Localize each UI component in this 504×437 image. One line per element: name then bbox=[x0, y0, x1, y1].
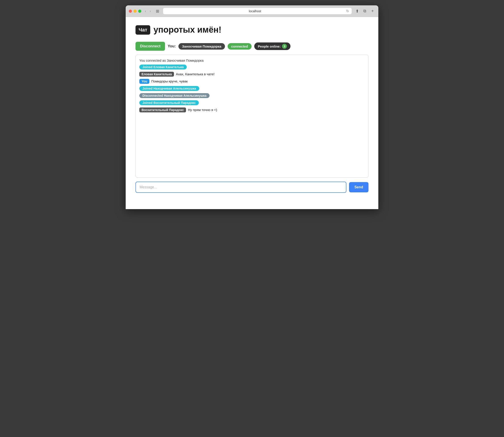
minimize-light[interactable] bbox=[134, 10, 137, 13]
chat-line: Joined Восхитительный Парадокс bbox=[139, 100, 365, 105]
toolbar-actions: ⬆ ⧉ bbox=[354, 8, 368, 14]
back-button[interactable]: ‹ bbox=[144, 9, 147, 14]
system-message: You connected as Заносчивая Помидорка bbox=[139, 59, 204, 62]
chat-box: You connected as Заносчивая ПомидоркаJoi… bbox=[135, 55, 369, 178]
browser-window: ‹ › ⊞ localhost ↻ ⬆ ⧉ + Чат упоротых имё… bbox=[126, 5, 378, 209]
address-text: localhost bbox=[166, 9, 345, 13]
chat-line: Еловая КанителькаАхах, Канителька в чате… bbox=[139, 72, 365, 77]
address-bar: localhost ↻ bbox=[163, 8, 352, 15]
people-online-label: People online: bbox=[258, 44, 281, 48]
people-online-badge: People online: 3 bbox=[254, 42, 291, 50]
message-text: Ахах, Канителька в чате! bbox=[176, 72, 215, 76]
joined-badge: Joined Восхитительный Парадокс bbox=[139, 100, 199, 105]
maximize-light[interactable] bbox=[138, 10, 141, 13]
online-count: 3 bbox=[282, 44, 287, 49]
you-label: You: bbox=[168, 44, 176, 49]
chat-badge: Чат bbox=[135, 25, 150, 35]
you-message-text: Помидоры круче, чувак bbox=[151, 79, 188, 83]
username-badge: Заносчивая Помидорка bbox=[178, 43, 225, 50]
app-title-text: упоротых имён! bbox=[153, 25, 221, 35]
user-badge: Еловая Канителька bbox=[139, 72, 174, 77]
disconnected-badge: Disconnected Находчивая Апельсинушка bbox=[139, 93, 209, 98]
chat-line: Disconnected Находчивая Апельсинушка bbox=[139, 93, 365, 98]
connected-badge: connected bbox=[228, 43, 252, 50]
chat-line: Joined Еловая Канителька bbox=[139, 65, 365, 70]
nav-buttons: ‹ › bbox=[144, 9, 152, 14]
joined-badge: Joined Находчивая Апельсинушка bbox=[139, 86, 199, 91]
disconnect-button[interactable]: Disconnect bbox=[135, 42, 165, 51]
sidebar-toggle-button[interactable]: ⊞ bbox=[154, 8, 161, 14]
new-tab-button[interactable]: + bbox=[370, 8, 375, 14]
fullscreen-button[interactable]: ⧉ bbox=[362, 8, 368, 14]
send-button[interactable]: Send bbox=[349, 182, 369, 192]
traffic-lights bbox=[129, 10, 141, 13]
message-input[interactable] bbox=[135, 182, 346, 193]
refresh-button[interactable]: ↻ bbox=[346, 9, 349, 13]
chat-line: YouПомидоры круче, чувак bbox=[139, 79, 365, 84]
close-light[interactable] bbox=[129, 10, 132, 13]
message-text: Ну прям точно я =) bbox=[188, 108, 217, 112]
user-badge: Восхитительный Парадокс bbox=[139, 108, 186, 112]
forward-button[interactable]: › bbox=[148, 9, 152, 14]
controls-row: Disconnect You: Заносчивая Помидорка con… bbox=[135, 42, 369, 51]
chat-line: Joined Находчивая Апельсинушка bbox=[139, 86, 365, 91]
app-title: Чат упоротых имён! bbox=[135, 25, 369, 35]
share-button[interactable]: ⬆ bbox=[354, 8, 360, 14]
page-content: Чат упоротых имён! Disconnect You: Занос… bbox=[126, 17, 378, 209]
you-message-badge: You bbox=[139, 79, 149, 84]
browser-toolbar: ‹ › ⊞ localhost ↻ ⬆ ⧉ + bbox=[126, 5, 378, 17]
chat-line: Восхитительный ПарадоксНу прям точно я =… bbox=[139, 108, 365, 112]
joined-badge: Joined Еловая Канителька bbox=[139, 65, 187, 70]
message-row: Send bbox=[135, 182, 369, 193]
chat-line: You connected as Заносчивая Помидорка bbox=[139, 59, 365, 62]
